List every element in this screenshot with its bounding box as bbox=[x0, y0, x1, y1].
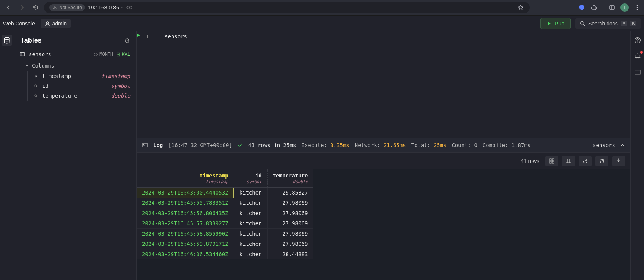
run-button[interactable]: Run bbox=[540, 18, 571, 29]
cell-id[interactable]: kitchen bbox=[234, 218, 267, 229]
svg-point-18 bbox=[35, 85, 37, 87]
cell-id[interactable]: kitchen bbox=[234, 249, 267, 259]
content-area: 1 sensors Log [16:47:32 GMT+00:00] 41 ro… bbox=[137, 31, 630, 280]
columns-label: Columns bbox=[32, 63, 54, 69]
database-icon[interactable] bbox=[2, 35, 12, 46]
cell-id[interactable]: kitchen bbox=[234, 229, 267, 239]
bookmark-star-icon[interactable] bbox=[517, 4, 524, 11]
sidebar-title: Tables bbox=[20, 36, 42, 44]
cell-temperature[interactable]: 27.98069 bbox=[267, 198, 313, 208]
cell-id[interactable]: kitchen bbox=[234, 198, 267, 208]
browser-back-button[interactable] bbox=[3, 2, 14, 13]
cell-timestamp[interactable]: 2024-03-29T16:45:58.855990Z bbox=[137, 229, 234, 239]
rerun-button[interactable] bbox=[579, 156, 592, 166]
column-item[interactable]: temperaturedouble bbox=[28, 91, 136, 101]
svg-rect-21 bbox=[550, 159, 551, 161]
columns-toggle[interactable]: Columns bbox=[14, 60, 136, 71]
table-row[interactable]: 2024-03-29T16:45:57.833927Zkitchen27.980… bbox=[137, 218, 313, 229]
log-bar: Log [16:47:32 GMT+00:00] 41 rows in 25ms… bbox=[137, 138, 630, 153]
cell-id[interactable]: kitchen bbox=[234, 239, 267, 249]
svg-rect-11 bbox=[20, 53, 25, 56]
svg-point-1 bbox=[54, 8, 55, 9]
column-type: symbol bbox=[111, 83, 130, 89]
table-node-sensors[interactable]: sensors MONTH WAL bbox=[14, 48, 136, 60]
column-item[interactable]: idsymbol bbox=[28, 81, 136, 91]
help-icon[interactable] bbox=[632, 35, 643, 46]
search-docs-button[interactable]: Search docs ⌘ K bbox=[575, 18, 641, 29]
cell-timestamp[interactable]: 2024-03-29T16:45:57.833927Z bbox=[137, 218, 234, 229]
column-header[interactable]: timestamptimestamp bbox=[137, 169, 234, 188]
notifications-icon[interactable] bbox=[632, 51, 643, 62]
table-row[interactable]: 2024-03-29T16:43:00.444053Zkitchen29.853… bbox=[137, 188, 313, 198]
search-docs-label: Search docs bbox=[588, 21, 618, 27]
cell-temperature[interactable]: 27.98069 bbox=[267, 229, 313, 239]
run-label: Run bbox=[554, 21, 564, 27]
right-rail bbox=[630, 31, 644, 280]
extensions-icon[interactable] bbox=[590, 4, 598, 11]
results-grid[interactable]: timestamptimestampidsymboltemperaturedou… bbox=[137, 169, 630, 280]
header-name: timestamp bbox=[200, 172, 228, 179]
cell-timestamp[interactable]: 2024-03-29T16:45:55.783351Z bbox=[137, 198, 234, 208]
cell-timestamp[interactable]: 2024-03-29T16:45:56.806435Z bbox=[137, 208, 234, 218]
cell-temperature[interactable]: 28.44883 bbox=[267, 249, 313, 259]
panel-icon[interactable] bbox=[632, 67, 643, 78]
sidepanel-icon[interactable] bbox=[608, 4, 616, 11]
table-row[interactable]: 2024-03-29T16:45:55.783351Zkitchen27.980… bbox=[137, 198, 313, 208]
admin-label: admin bbox=[52, 21, 67, 27]
freeze-columns-button[interactable] bbox=[562, 156, 575, 166]
table-row[interactable]: 2024-03-29T16:45:59.879171Zkitchen27.980… bbox=[137, 239, 313, 249]
svg-point-4 bbox=[637, 5, 638, 6]
header-name: temperature bbox=[273, 172, 308, 179]
column-marker-icon bbox=[34, 74, 38, 78]
column-header[interactable]: temperaturedouble bbox=[267, 169, 313, 188]
shield-icon[interactable] bbox=[578, 4, 586, 11]
refresh-tables-button[interactable] bbox=[124, 38, 130, 44]
line-number: 1 bbox=[146, 33, 149, 135]
refresh-results-button[interactable] bbox=[595, 156, 608, 166]
profile-avatar[interactable]: T bbox=[620, 3, 629, 12]
header-type: symbol bbox=[239, 179, 262, 184]
collapse-log-button[interactable] bbox=[620, 142, 625, 148]
cell-id[interactable]: kitchen bbox=[234, 208, 267, 218]
kbd-k: K bbox=[630, 21, 636, 26]
cell-timestamp[interactable]: 2024-03-29T16:46:06.534460Z bbox=[137, 249, 234, 259]
url-bar[interactable]: Not Secure 192.168.0.86:9000 bbox=[44, 2, 530, 13]
svg-rect-23 bbox=[550, 161, 551, 163]
cell-timestamp[interactable]: 2024-03-29T16:43:00.444053Z bbox=[137, 188, 234, 198]
run-line-icon[interactable] bbox=[137, 33, 140, 135]
cell-temperature[interactable]: 27.98069 bbox=[267, 239, 313, 249]
browser-forward-button[interactable] bbox=[17, 2, 27, 13]
log-query-name: sensors bbox=[593, 142, 615, 148]
svg-rect-22 bbox=[552, 159, 554, 161]
cell-temperature[interactable]: 29.85327 bbox=[267, 188, 313, 198]
count-label: Count: 0 bbox=[452, 142, 477, 148]
admin-user-chip[interactable]: admin bbox=[41, 19, 71, 28]
cell-temperature[interactable]: 27.98069 bbox=[267, 218, 313, 229]
sql-editor[interactable]: 1 sensors bbox=[137, 31, 630, 138]
svg-point-19 bbox=[35, 95, 37, 97]
table-row[interactable]: 2024-03-29T16:45:58.855990Zkitchen27.980… bbox=[137, 229, 313, 239]
column-header[interactable]: idsymbol bbox=[234, 169, 267, 188]
execute-label: Execute: bbox=[301, 142, 327, 148]
column-item[interactable]: timestamptimestamp bbox=[28, 71, 136, 81]
grid-view-button[interactable] bbox=[545, 156, 558, 166]
table-row[interactable]: 2024-03-29T16:46:06.534460Zkitchen28.448… bbox=[137, 249, 313, 259]
column-type: double bbox=[111, 93, 130, 99]
clock-icon bbox=[94, 52, 98, 57]
browser-menu-icon[interactable] bbox=[633, 4, 641, 11]
cell-temperature[interactable]: 27.98069 bbox=[267, 208, 313, 218]
cell-id[interactable]: kitchen bbox=[234, 188, 267, 198]
log-label: Log bbox=[153, 142, 163, 148]
column-name: id bbox=[42, 83, 49, 89]
table-name: sensors bbox=[29, 51, 51, 57]
sidebar: Tables sensors MONTH WAL Columns bbox=[14, 31, 137, 280]
browser-reload-button[interactable] bbox=[30, 2, 41, 13]
cell-timestamp[interactable]: 2024-03-29T16:45:59.879171Z bbox=[137, 239, 234, 249]
download-button[interactable] bbox=[612, 156, 625, 166]
svg-point-6 bbox=[637, 9, 638, 10]
svg-rect-27 bbox=[635, 70, 640, 74]
table-row[interactable]: 2024-03-29T16:45:56.806435Zkitchen27.980… bbox=[137, 208, 313, 218]
editor-code[interactable]: sensors bbox=[160, 31, 192, 138]
browser-right-icons: | T bbox=[578, 3, 641, 12]
table-icon bbox=[20, 52, 25, 57]
